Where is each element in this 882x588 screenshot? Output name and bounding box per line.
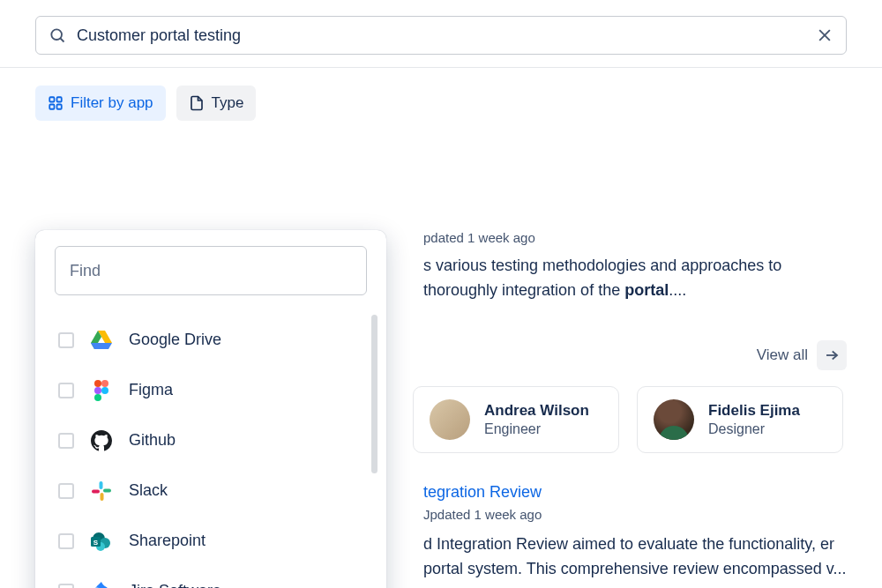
clear-icon[interactable]: [816, 26, 833, 44]
result-snippet-bold: portal: [624, 281, 669, 299]
svg-point-12: [101, 380, 108, 387]
apps-icon: [48, 95, 64, 111]
result-snippet: d Integration Review aimed to evaluate t…: [423, 532, 847, 582]
app-item-github[interactable]: Github: [55, 415, 367, 465]
search-bar[interactable]: [35, 16, 847, 55]
search-results: pdated 1 week ago s various testing meth…: [386, 230, 847, 582]
app-checkbox[interactable]: [58, 483, 74, 499]
github-icon: [90, 429, 113, 452]
app-checkbox[interactable]: [58, 332, 74, 348]
result-snippet-prefix: s various testing methodologies and appr…: [423, 257, 781, 299]
search-input[interactable]: [66, 26, 816, 45]
find-input[interactable]: [55, 246, 367, 295]
scrollbar-thumb[interactable]: [371, 315, 377, 473]
svg-rect-4: [49, 97, 54, 101]
svg-rect-20: [92, 489, 100, 493]
avatar: [430, 399, 470, 440]
app-checkbox[interactable]: [58, 433, 74, 449]
app-item-jira[interactable]: Jira Software: [55, 566, 367, 588]
filters-row: Filter by app Type: [35, 86, 847, 121]
app-filter-dropdown: Google Drive Figma Git: [35, 230, 386, 588]
app-item-figma[interactable]: Figma: [55, 365, 367, 415]
result-snippet: s various testing methodologies and appr…: [423, 254, 847, 303]
app-checkbox[interactable]: [58, 533, 74, 549]
svg-rect-18: [103, 488, 111, 492]
jira-icon: [90, 580, 113, 589]
svg-point-0: [51, 29, 62, 40]
person-role: Engineer: [484, 421, 589, 437]
avatar: [654, 399, 694, 440]
svg-point-13: [94, 387, 101, 394]
result-snippet-suffix: ....: [669, 281, 686, 299]
app-item-slack[interactable]: Slack: [55, 465, 367, 516]
filter-by-app-label: Filter by app: [71, 94, 153, 112]
arrow-right-icon: [824, 347, 840, 363]
filter-by-app-chip[interactable]: Filter by app: [35, 86, 166, 121]
svg-point-15: [94, 394, 101, 401]
view-all-link[interactable]: View all: [757, 346, 808, 364]
svg-rect-6: [49, 105, 54, 109]
svg-point-11: [94, 380, 101, 387]
filter-type-label: Type: [212, 94, 244, 112]
figma-icon: [90, 379, 113, 402]
svg-line-1: [61, 39, 64, 42]
svg-rect-5: [57, 97, 62, 101]
google-drive-icon: [90, 329, 113, 352]
person-role: Designer: [708, 421, 800, 437]
file-icon: [189, 94, 205, 112]
sharepoint-icon: S: [90, 530, 113, 553]
app-label: Sharepoint: [129, 532, 206, 550]
app-label: Slack: [129, 481, 168, 500]
app-label: Jira Software: [129, 582, 221, 588]
svg-rect-19: [101, 493, 104, 501]
svg-rect-7: [57, 105, 62, 109]
divider: [0, 67, 882, 68]
app-list: Google Drive Figma Git: [55, 315, 367, 588]
search-icon: [49, 26, 66, 44]
svg-point-14: [101, 387, 108, 394]
filter-type-chip[interactable]: Type: [176, 86, 257, 121]
app-item-google-drive[interactable]: Google Drive: [55, 315, 367, 365]
app-label: Figma: [129, 381, 173, 399]
person-name: Andrea Wilson: [484, 402, 589, 420]
slack-icon: [90, 480, 113, 502]
result-meta: Jpdated 1 week ago: [423, 507, 847, 522]
view-all-arrow-button[interactable]: [817, 340, 847, 370]
app-label: Google Drive: [129, 331, 221, 349]
person-card[interactable]: Fidelis Ejima Designer: [637, 386, 843, 453]
app-checkbox[interactable]: [58, 584, 74, 589]
app-label: Github: [129, 431, 176, 450]
person-card[interactable]: Andrea Wilson Engineer: [413, 386, 619, 453]
result-meta: pdated 1 week ago: [423, 230, 847, 245]
people-row: Andrea Wilson Engineer Fidelis Ejima Des…: [413, 386, 847, 453]
svg-rect-17: [100, 481, 103, 489]
app-checkbox[interactable]: [58, 383, 74, 398]
svg-text:S: S: [93, 538, 99, 546]
app-item-sharepoint[interactable]: S Sharepoint: [55, 516, 367, 566]
person-name: Fidelis Ejima: [708, 402, 800, 420]
svg-marker-10: [91, 343, 112, 349]
result-title-link[interactable]: tegration Review: [423, 483, 847, 502]
